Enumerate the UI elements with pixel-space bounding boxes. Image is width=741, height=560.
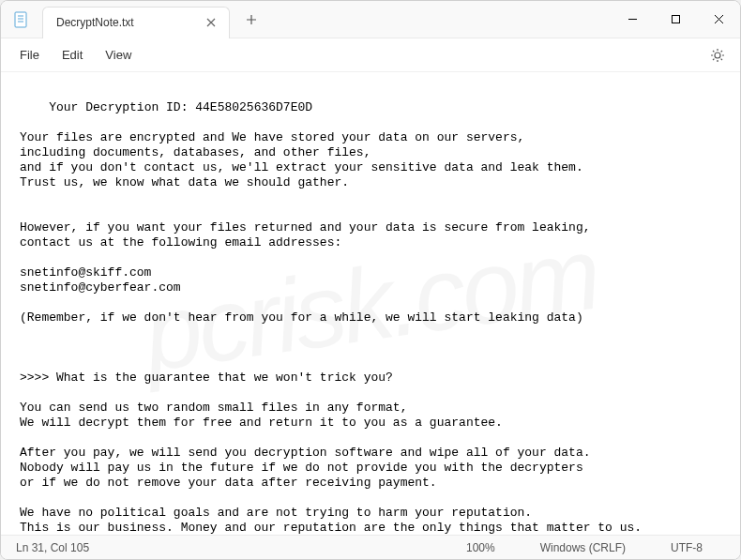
text-body: Your Decryption ID: 44E58025636D7E0D You… [20,100,722,535]
watermark: pcrisk.com [144,265,597,342]
status-position[interactable]: Ln 31, Col 105 [16,541,444,554]
status-encoding[interactable]: UTF-8 [648,541,725,554]
menubar: File Edit View [1,38,740,72]
notepad-app-icon [12,10,31,29]
statusbar: Ln 31, Col 105 100% Windows (CRLF) UTF-8 [1,535,740,559]
status-lineending[interactable]: Windows (CRLF) [518,541,648,554]
close-tab-icon[interactable] [203,14,219,31]
editor-content[interactable]: pcrisk.comYour Decryption ID: 44E5802563… [1,72,740,535]
svg-rect-0 [15,12,26,27]
new-tab-button[interactable] [237,6,265,34]
menu-edit[interactable]: Edit [51,42,94,68]
notepad-window: DecryptNote.txt File Edit View [0,0,741,560]
close-window-button[interactable] [697,1,740,38]
minimize-button[interactable] [611,1,654,38]
menu-view[interactable]: View [94,42,143,68]
svg-rect-4 [672,16,679,23]
settings-button[interactable] [703,40,733,70]
status-zoom[interactable]: 100% [444,541,518,554]
menu-file[interactable]: File [8,42,51,68]
tab-title: DecryptNote.txt [56,16,203,29]
maximize-button[interactable] [654,1,697,38]
window-controls [611,1,740,38]
file-tab[interactable]: DecryptNote.txt [42,7,230,38]
titlebar: DecryptNote.txt [1,1,740,38]
